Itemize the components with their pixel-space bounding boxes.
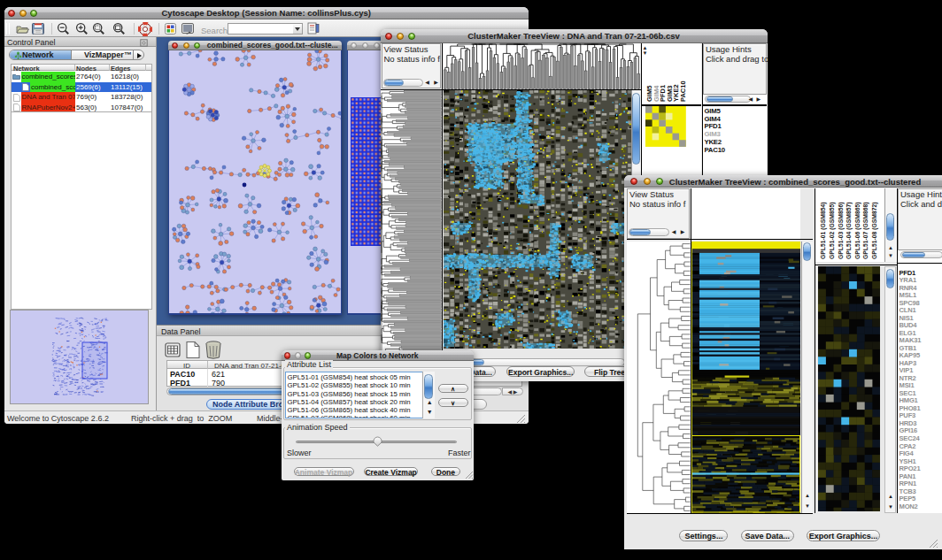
svg-text:GPL51-01 (GSM854): GPL51-01 (GSM854) — [820, 202, 827, 259]
svg-text:GPL51-03 (GSM856): GPL51-03 (GSM856) — [838, 202, 845, 259]
svg-text:GPL51-04 (GSM857): GPL51-04 (GSM857) — [845, 202, 853, 259]
svg-text:GPL51-07 (GSM868): GPL51-07 (GSM868) — [862, 202, 869, 259]
svg-text:PAC10: PAC10 — [679, 81, 687, 103]
svg-text:GPL51-02 (GSM855): GPL51-02 (GSM855) — [829, 202, 836, 259]
svg-text:GPL51-08 (GSM872): GPL51-08 (GSM872) — [871, 202, 878, 259]
svg-text:GPL51-06 (GSM865): GPL51-06 (GSM865) — [854, 202, 861, 259]
